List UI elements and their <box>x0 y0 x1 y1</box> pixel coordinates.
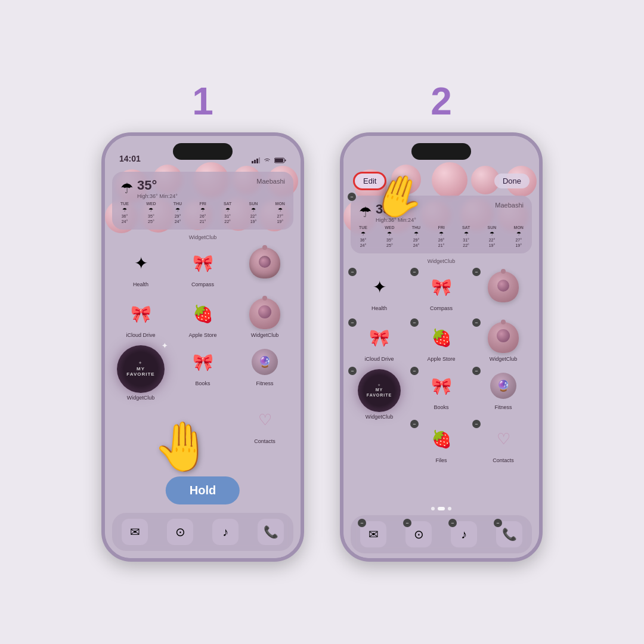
weather-days: TUE ☂ 36° 24° WED ☂ 35° 25° THU <box>120 202 285 224</box>
weather-main: ☂ 35° High:36° Min:24° <box>120 178 178 199</box>
wifi-icon <box>263 157 271 163</box>
remove-books[interactable]: − <box>410 367 419 375</box>
weather-day-tue: TUE ☂ 36° 24° <box>120 202 129 224</box>
contacts-icon: ♡ <box>248 403 281 436</box>
app-label-icloud: iCloud Drive <box>126 332 155 338</box>
weather-widget: ☂ 35° High:36° Min:24° Maebashi <box>112 172 293 230</box>
fitness-icon: 🔮 <box>248 345 281 379</box>
heart-icon-2 <box>487 270 520 304</box>
weather-day-thu: THU ☂ 29° 24° <box>174 202 182 224</box>
app-widgetclub-1[interactable]: WidgetClub <box>236 297 293 338</box>
remove-contacts[interactable]: − <box>472 420 481 428</box>
app-health[interactable]: ✦ Health <box>112 246 169 287</box>
widgetclub-icon-2 <box>487 321 520 354</box>
app-label-health: Health <box>133 281 148 287</box>
dock-compass[interactable]: ⊙ <box>167 519 193 545</box>
compass-icon: 🎀 <box>186 246 219 280</box>
dock-phone[interactable]: 📞 <box>258 519 284 545</box>
weather-top: ☂ 35° High:36° Min:24° Maebashi <box>120 178 285 199</box>
app2-health[interactable]: − ✦ Health <box>351 270 408 311</box>
phone1-screen: 14:01 ☂ 35° <box>105 136 301 558</box>
svg-rect-0 <box>252 161 253 163</box>
phone2: Edit Done − ☂ 35° High:36° Min:24° <box>340 132 543 562</box>
app2-label-apple-store: Apple Store <box>427 356 455 362</box>
app-label-widgetclub-1: WidgetClub <box>251 332 279 338</box>
widgetclub-label-2: WidgetClub <box>351 258 532 264</box>
done-button[interactable]: Done <box>494 174 530 188</box>
remove-health[interactable]: − <box>348 268 357 276</box>
app-contacts[interactable]: ♡ Contacts <box>236 403 293 444</box>
app-compass[interactable]: 🎀 Compass <box>174 246 231 287</box>
app2-label-books: Books <box>434 404 448 410</box>
health-icon: ✦ <box>124 246 157 280</box>
fitness-icon-2: 🔮 <box>487 369 520 402</box>
app-grid-1: ✦ Health 🎀 Compass <box>112 244 293 290</box>
app-label-compass: Compass <box>191 281 214 287</box>
signal-icon <box>252 157 260 163</box>
app2-label-health: Health <box>371 305 387 311</box>
app-grid-2-1: − ✦ Health − 🎀 Compass − <box>351 268 532 314</box>
app-grid-2-2: − 🎀 iCloud Drive − 🍓 Apple Store − <box>351 318 532 364</box>
remove-icloud[interactable]: − <box>348 318 357 327</box>
remove-compass[interactable]: − <box>410 268 419 276</box>
app2-my-favorite[interactable]: − ✦ MYFAVORITE WidgetClub <box>351 369 408 420</box>
apple-store-icon: 🍓 <box>186 297 219 330</box>
battery-icon <box>274 157 286 163</box>
app2-compass[interactable]: − 🎀 Compass <box>413 270 470 311</box>
remove-files[interactable]: − <box>410 420 419 428</box>
app-fitness[interactable]: 🔮 Fitness <box>236 345 293 401</box>
app2-widgetclub[interactable]: − WidgetClub <box>475 321 532 362</box>
remove-heart[interactable]: − <box>472 268 481 276</box>
app2-contacts[interactable]: − ♡ Contacts <box>475 422 532 463</box>
remove-widgetclub[interactable]: − <box>472 318 481 327</box>
screen-content-2: − ☂ 35° High:36° Min:24° Maebashi TUE☂36… <box>343 193 539 558</box>
remove-apple-store[interactable]: − <box>410 318 419 327</box>
app-label-apple-store: Apple Store <box>188 332 216 338</box>
weather-day-sat: SAT ☂ 31° 22° <box>224 202 231 224</box>
app2-books[interactable]: − 🎀 Books <box>413 369 470 420</box>
app2-heart[interactable]: − <box>475 270 532 311</box>
app2-label-my-fav: WidgetClub <box>366 414 394 420</box>
dock-music[interactable]: ♪ <box>212 519 239 545</box>
app2-icloud[interactable]: − 🎀 iCloud Drive <box>351 321 408 362</box>
app-label-contacts: Contacts <box>254 438 275 444</box>
app2-apple-store[interactable]: − 🍓 Apple Store <box>413 321 470 362</box>
app-grid-4: ♡ Contacts <box>112 403 293 444</box>
widgetclub-label-1: WidgetClub <box>112 234 293 240</box>
step1-container: 1 14:01 <box>101 82 304 562</box>
svg-rect-5 <box>275 159 283 162</box>
svg-rect-2 <box>256 159 258 163</box>
app2-files[interactable]: − 🍓 Files <box>413 422 470 463</box>
screen-content-1: ☂ 35° High:36° Min:24° Maebashi <box>105 167 301 444</box>
health-icon-2: ✦ <box>363 270 396 304</box>
weather-day-mon: MON ☂ 27° 19° <box>275 202 285 224</box>
contacts-icon-2: ♡ <box>487 422 520 456</box>
app2-label-icloud: iCloud Drive <box>364 356 394 362</box>
status-icons <box>252 157 286 163</box>
app-books[interactable]: 🎀 Books <box>174 345 231 401</box>
remove-fitness[interactable]: − <box>472 367 481 375</box>
app-apple-store[interactable]: 🍓 Apple Store <box>174 297 231 338</box>
books-icon: 🎀 <box>186 345 219 379</box>
app2-label-widgetclub: WidgetClub <box>490 356 518 362</box>
svg-rect-1 <box>254 160 256 163</box>
app-label-books: Books <box>195 380 210 386</box>
apple-store-icon-2: 🍓 <box>425 321 458 354</box>
app-my-favorite[interactable]: ✦ MYFAVORITE ✦ WidgetClub <box>112 345 169 401</box>
books-icon-2: 🎀 <box>425 369 458 402</box>
hold-button[interactable]: Hold <box>166 476 240 504</box>
status-bar-2 <box>343 136 539 167</box>
weather-city: Maebashi <box>256 178 285 185</box>
remove-my-favorite[interactable]: − <box>348 367 357 375</box>
heart-locket-icon <box>248 246 281 280</box>
app2-fitness[interactable]: − 🔮 Fitness <box>475 369 532 420</box>
app-grid-2-3: − ✦ MYFAVORITE WidgetClub − 🎀 Books − <box>351 369 532 420</box>
step2-container: 2 Edit Done <box>340 82 543 562</box>
app-icloud[interactable]: 🎀 iCloud Drive <box>112 297 169 338</box>
weather-temp: 35° <box>137 178 178 193</box>
dock-mail[interactable]: ✉ <box>122 519 148 545</box>
step2-number: 2 <box>431 82 452 120</box>
app-heart-locket[interactable] <box>236 246 293 287</box>
app2-label-contacts: Contacts <box>493 457 514 463</box>
dynamic-island <box>173 143 233 160</box>
